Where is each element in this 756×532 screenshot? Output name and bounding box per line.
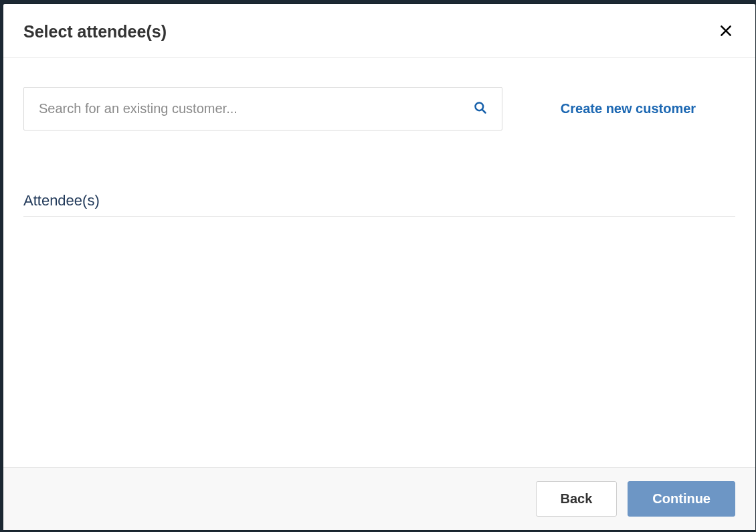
customer-search-input[interactable]: [24, 88, 459, 130]
create-new-customer-link[interactable]: Create new customer: [521, 101, 735, 116]
modal-body: Create new customer Attendee(s): [3, 58, 755, 467]
modal-title: Select attendee(s): [23, 22, 167, 41]
attendees-section-title: Attendee(s): [23, 192, 735, 217]
search-icon: [474, 101, 487, 114]
modal-footer: Back Continue: [3, 467, 755, 530]
search-box: [23, 87, 502, 130]
search-button[interactable]: [459, 88, 502, 130]
continue-button[interactable]: Continue: [628, 481, 735, 517]
search-row: Create new customer: [23, 87, 735, 130]
modal-header: Select attendee(s): [3, 4, 755, 58]
back-button[interactable]: Back: [536, 481, 618, 517]
close-button[interactable]: [717, 21, 735, 42]
select-attendees-modal: Select attendee(s) Create new customer A…: [3, 4, 755, 530]
svg-line-1: [482, 110, 486, 113]
close-icon: [719, 24, 733, 37]
